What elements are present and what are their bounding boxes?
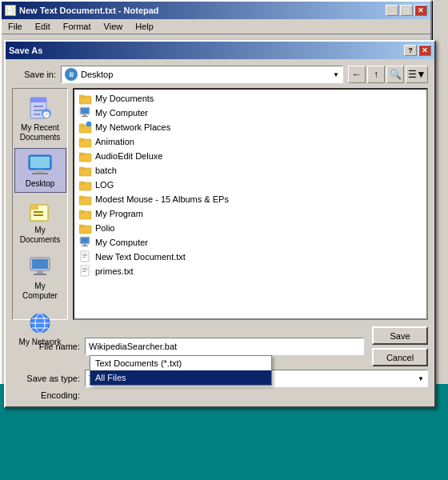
sidebar-desktop-label: Desktop [26, 179, 55, 189]
list-item[interactable]: Polio [76, 221, 425, 235]
folder-icon [79, 222, 92, 234]
cancel-button[interactable]: Cancel [372, 348, 428, 366]
svg-rect-39 [79, 167, 84, 170]
svg-rect-17 [37, 270, 43, 274]
svg-rect-49 [81, 238, 89, 243]
list-item[interactable]: Modest Mouse - 15 Albums & EPs [76, 192, 425, 206]
svg-text:🕐: 🕐 [42, 110, 50, 118]
folder-icon [79, 135, 92, 148]
sidebar-computer-label: My Computer [17, 282, 64, 301]
filename-input[interactable]: WikipediaSearcher.bat [85, 338, 364, 355]
computer-small-icon [79, 106, 92, 119]
svg-rect-54 [82, 255, 87, 256]
svg-rect-13 [34, 211, 43, 213]
list-item[interactable]: LOG [76, 178, 425, 192]
notepad-titlebar: 📄 New Text Document.txt - Notepad _ □ ✕ [2, 2, 430, 19]
notepad-menubar: File Edit Format View Help [2, 19, 430, 34]
svg-rect-29 [82, 116, 88, 117]
sidebar-item-computer[interactable]: My Computer [14, 250, 66, 305]
notepad-minimize-button[interactable]: _ [386, 5, 398, 16]
file-name: My Network Places [95, 122, 170, 132]
svg-rect-16 [32, 259, 48, 269]
menu-format[interactable]: Format [60, 21, 94, 32]
toolbar-buttons: ← ↑ 🔍 ☰▼ [348, 66, 428, 83]
list-item[interactable]: primes.txt [76, 264, 425, 278]
dialog-help-button[interactable]: ? [404, 45, 417, 56]
views-button[interactable]: ☰▼ [406, 66, 428, 83]
filename-value: WikipediaSearcher.bat [89, 342, 177, 351]
main-area: 🕐 My Recent Documents Desktop [12, 88, 428, 320]
svg-rect-37 [79, 153, 84, 155]
menu-view[interactable]: View [101, 21, 126, 32]
back-button[interactable]: ← [348, 66, 366, 83]
menu-edit[interactable]: Edit [32, 21, 54, 32]
svg-rect-8 [30, 157, 50, 168]
file-list-container[interactable]: My Documents My Computer [73, 88, 428, 320]
dialog-titlebar: Save As ? ✕ [6, 42, 434, 59]
notepad-title-buttons: _ □ ✕ [386, 5, 427, 16]
svg-rect-57 [82, 268, 87, 269]
sidebar: 🕐 My Recent Documents Desktop [12, 88, 68, 320]
svg-text:🌐: 🌐 [87, 122, 91, 126]
file-name: Modest Mouse - 15 Albums & EPs [95, 194, 229, 204]
list-item[interactable]: 🌐 My Network Places [76, 120, 425, 134]
documents-icon [27, 198, 53, 224]
svg-rect-28 [83, 114, 86, 116]
file-list: My Documents My Computer [74, 90, 426, 280]
svg-rect-1 [30, 98, 46, 102]
desktop-icon [27, 152, 53, 178]
svg-rect-56 [81, 266, 89, 276]
txt-icon [79, 265, 92, 278]
list-item[interactable]: My Documents [76, 91, 425, 106]
svg-rect-35 [79, 138, 84, 141]
sidebar-item-desktop[interactable]: Desktop [14, 148, 66, 193]
list-item[interactable]: AudioEdit Deluxe [76, 149, 425, 163]
savein-combo[interactable]: 🖥 Desktop ▼ [61, 66, 343, 83]
file-name: My Program [95, 209, 143, 218]
savein-combo-icon: 🖥 [65, 68, 78, 81]
save-button[interactable]: Save [372, 326, 428, 345]
notepad-maximize-button[interactable]: □ [400, 5, 413, 16]
dialog-title: Save As [9, 46, 404, 55]
svg-rect-45 [79, 210, 84, 213]
txt-icon [79, 250, 92, 263]
list-item[interactable]: My Computer [76, 106, 425, 120]
list-item[interactable]: My Computer [76, 235, 425, 250]
saveastype-label: Save as type: [12, 374, 80, 383]
dialog-close-button[interactable]: ✕ [418, 45, 431, 56]
recent-icon: 🕐 [27, 96, 53, 122]
action-buttons: Save Cancel [372, 326, 428, 366]
file-name: New Text Document.txt [95, 252, 186, 262]
file-name: primes.txt [95, 266, 134, 276]
svg-rect-58 [82, 270, 87, 270]
svg-rect-2 [34, 106, 43, 107]
file-name: My Documents [95, 94, 154, 103]
svg-rect-31 [79, 124, 84, 126]
new-folder-search-button[interactable]: 🔍 [386, 66, 404, 83]
folder-icon [79, 207, 92, 220]
dropdown-container: Encoding: Text Documents (*.txt) All Fil… [12, 390, 428, 400]
sidebar-documents-label: My Documents [17, 226, 64, 245]
save-as-dialog: Save As ? ✕ Save in: 🖥 Desktop ▼ ← ↑ 🔍 ☰… [4, 40, 436, 408]
network-small-icon: 🌐 [79, 121, 92, 134]
file-name: Polio [95, 223, 114, 233]
list-item[interactable]: batch [76, 163, 425, 178]
dropdown-item-txt[interactable]: Text Documents (*.txt) [90, 356, 271, 370]
menu-help[interactable]: Help [132, 21, 157, 32]
saveastype-dropdown: Text Documents (*.txt) All Files [90, 355, 272, 386]
sidebar-item-recent[interactable]: 🕐 My Recent Documents [14, 92, 66, 146]
file-name: Animation [95, 137, 134, 146]
list-item[interactable]: New Text Document.txt [76, 250, 425, 264]
list-item[interactable]: Animation [76, 134, 425, 149]
svg-rect-59 [82, 271, 86, 272]
dropdown-item-allfiles[interactable]: All Files [90, 370, 271, 385]
up-button[interactable]: ↑ [367, 66, 385, 83]
sidebar-item-documents[interactable]: My Documents [14, 194, 66, 249]
svg-rect-27 [81, 108, 89, 114]
notepad-close-button[interactable]: ✕ [414, 5, 427, 16]
sidebar-recent-label: My Recent Documents [17, 123, 64, 142]
list-item[interactable]: My Program [76, 206, 425, 221]
menu-file[interactable]: File [5, 21, 26, 32]
dialog-title-buttons: ? ✕ [404, 45, 431, 56]
svg-rect-53 [82, 254, 87, 254]
